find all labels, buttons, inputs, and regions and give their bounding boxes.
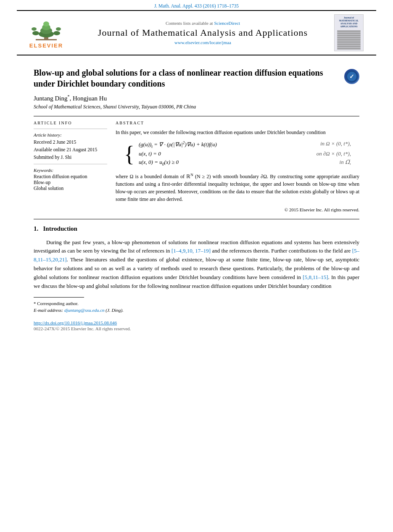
thumb-line [337, 33, 361, 34]
thumb-line [337, 32, 361, 33]
abstract-intro-text: In this paper, we consider the following… [116, 129, 359, 136]
info-col-divider [34, 129, 107, 129]
thumb-line [337, 39, 361, 40]
footer-divider [34, 297, 84, 298]
thumb-line [337, 43, 361, 44]
section-separator [34, 219, 359, 219]
thumb-line [337, 48, 361, 49]
equation-rows: (g(u))t = ∇ · (ρ(|∇u|2)∇u) + k(t)f(u) in… [139, 140, 351, 168]
eq1-rhs: in Ω × (0, t*), [320, 140, 351, 149]
thumb-line [337, 37, 361, 37]
journal-url: www.elsevier.com/locate/jmaa [78, 40, 327, 45]
svg-point-5 [43, 21, 49, 26]
received-date: Received 2 June 2015 [34, 139, 107, 145]
thumb-line [337, 34, 361, 35]
ref-link-1[interactable]: [1–4,9,10, 17–19] [171, 248, 211, 254]
thumb-line [337, 45, 361, 46]
eq3-lhs: u(x, 0) = u0(x) ≥ 0 [139, 159, 179, 166]
authors-line: Juntang Ding*, Hongjuan Hu [34, 94, 359, 102]
email-suffix: (J. Ding). [106, 308, 123, 313]
thumb-line [337, 47, 361, 48]
info-abstract-section: ARTICLE INFO Article history: Received 2… [34, 121, 359, 212]
footnote-star: * Corresponding author. [34, 300, 359, 308]
copyright-notice: © 2015 Elsevier Inc. All rights reserved… [116, 207, 359, 212]
sciencedirect-text: ScienceDirect [214, 21, 240, 26]
thumb-line [337, 40, 361, 40]
thumb-line [337, 41, 361, 42]
email-address: djuntang@sxu.edu.cn [64, 308, 105, 313]
journal-thumbnail: Journal ofMATHEMATICALANALYSIS ANDAPPLIC… [334, 14, 368, 51]
abstract-column: ABSTRACT In this paper, we consider the … [116, 121, 359, 212]
title-divider [34, 116, 359, 116]
equation-system: { (g(u))t = ∇ · (ρ(|∇u|2)∇u) + k(t)f(u) … [124, 140, 351, 168]
keyword-1: Reaction diffusion equation [34, 174, 107, 179]
crossmark-svg: ✓ [345, 70, 359, 83]
affiliation: School of Mathematical Sciences, Shanxi … [34, 104, 359, 110]
thumb-line [337, 44, 361, 45]
doi-line: http://dx.doi.org/10.1016/j.jmaa.2015.08… [34, 319, 359, 326]
svg-point-9 [56, 27, 61, 31]
article-title: Blow-up and global solutions for a class… [34, 67, 340, 89]
top-journal-reference: J. Math. Anal. Appl. 433 (2016) 1718–173… [0, 0, 393, 10]
thumb-line [337, 49, 361, 50]
section-number: 1. [34, 225, 38, 232]
email-link[interactable]: djuntang@sxu.edu.cn [64, 308, 106, 313]
rights-reserved: 0022-247X/© 2015 Elsevier Inc. All right… [34, 326, 359, 331]
email-label: E-mail address: [34, 308, 63, 313]
keyword-2: Blow-up [34, 180, 107, 185]
sciencedirect-link[interactable]: ScienceDirect [214, 21, 240, 26]
submitted-by: Submitted by J. Shi [34, 154, 107, 161]
abstract-main-text: where Ω is a bounded domain of ℝN (N ≥ 2… [116, 172, 359, 203]
thumb-title: Journal ofMATHEMATICALANALYSIS ANDAPPLIC… [339, 16, 359, 29]
journal-info-center: Contents lists available at ScienceDirec… [78, 21, 327, 45]
corresponding-author-note: * Corresponding author. [34, 301, 79, 306]
doi-link[interactable]: http://dx.doi.org/10.1016/j.jmaa.2015.08… [34, 320, 117, 325]
main-content: Blow-up and global solutions for a class… [0, 55, 393, 340]
info-col-divider2 [34, 164, 107, 164]
svg-point-8 [32, 27, 37, 31]
journal-citation: J. Math. Anal. Appl. 433 (2016) 1718–173… [154, 3, 239, 8]
journal-cover-thumb: Journal ofMATHEMATICALANALYSIS ANDAPPLIC… [334, 14, 364, 51]
thumb-line [337, 30, 361, 31]
elsevier-label: ELSEVIER [29, 42, 63, 49]
article-info-column: ARTICLE INFO Article history: Received 2… [34, 121, 107, 212]
elsevier-logo: ELSEVIER [25, 17, 67, 49]
svg-point-7 [53, 31, 60, 35]
left-brace: { [124, 143, 135, 165]
thumb-line [337, 35, 361, 36]
corresponding-star: * [67, 94, 69, 99]
journal-full-title: Journal of Mathematical Analysis and App… [78, 27, 327, 38]
thumb-line [337, 46, 361, 47]
eq2-rhs: on ∂Ω × (0, t*), [317, 150, 351, 157]
elsevier-logo-area: ELSEVIER [25, 17, 71, 49]
intro-paragraph-1: During the past few years, a blow-up phe… [34, 238, 359, 291]
elsevier-tree-icon [27, 18, 65, 42]
article-title-section: Blow-up and global solutions for a class… [34, 67, 359, 89]
available-online-date: Available online 21 August 2015 [34, 146, 107, 153]
crossmark-icon: ✓ [344, 69, 359, 84]
thumb-content-lines [336, 29, 361, 51]
article-info-header: ARTICLE INFO [34, 121, 107, 125]
svg-point-6 [32, 31, 39, 35]
crossmark-badge: ✓ [344, 69, 359, 84]
contents-available-text: Contents lists available at ScienceDirec… [78, 21, 327, 26]
eq1-lhs: (g(u))t = ∇ · (ρ(|∇u|2)∇u) + k(t)f(u) [139, 140, 217, 149]
contents-label: Contents lists available at [166, 21, 213, 26]
equation-row-3: u(x, 0) = u0(x) ≥ 0 in Ω̅, [139, 159, 351, 166]
equation-row-2: u(x, t) = 0 on ∂Ω × (0, t*), [139, 150, 351, 157]
history-label: Article history: [34, 132, 107, 137]
keyword-3: Global solution [34, 186, 107, 191]
ref-link-3[interactable]: [5,8,11–15] [303, 274, 328, 280]
section-name: Introduction [43, 225, 77, 232]
keywords-label: Keywords: [34, 168, 107, 173]
eq3-rhs: in Ω̅, [340, 159, 351, 166]
equation-row-1: (g(u))t = ∇ · (ρ(|∇u|2)∇u) + k(t)f(u) in… [139, 140, 351, 149]
journal-header: ELSEVIER Contents lists available at Sci… [17, 10, 376, 55]
abstract-header: ABSTRACT [116, 121, 359, 125]
thumb-line [337, 42, 361, 42]
footnote-email: E-mail address: djuntang@sxu.edu.cn (J. … [34, 308, 359, 313]
eq2-lhs: u(x, t) = 0 [139, 150, 161, 157]
svg-text:✓: ✓ [349, 73, 354, 80]
thumb-line [337, 31, 361, 32]
doi-text: http://dx.doi.org/10.1016/j.jmaa.2015.08… [34, 320, 117, 325]
